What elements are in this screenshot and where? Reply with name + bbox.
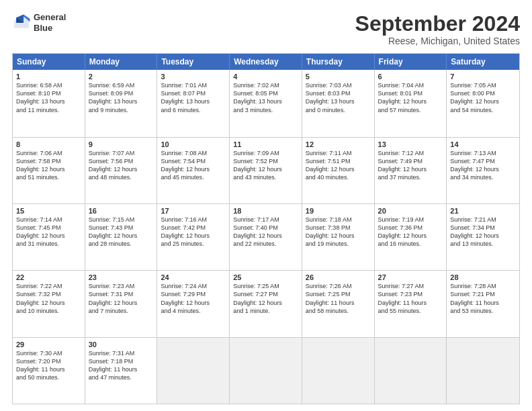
calendar-cell: 4Sunrise: 7:02 AMSunset: 8:05 PMDaylight…	[230, 70, 302, 136]
header-day-wednesday: Wednesday	[230, 54, 302, 70]
calendar-cell: 14Sunrise: 7:13 AMSunset: 7:47 PMDayligh…	[447, 138, 519, 203]
header-day-tuesday: Tuesday	[157, 54, 230, 70]
title-area: September 2024 Reese, Michigan, United S…	[355, 12, 520, 46]
calendar-cell	[375, 338, 447, 404]
logo: General Blue	[12, 12, 66, 33]
calendar-cell: 27Sunrise: 7:27 AMSunset: 7:23 PMDayligh…	[375, 271, 447, 336]
calendar-row: 8Sunrise: 7:06 AMSunset: 7:58 PMDaylight…	[13, 137, 519, 203]
calendar-cell	[302, 338, 375, 404]
calendar-cell: 12Sunrise: 7:11 AMSunset: 7:51 PMDayligh…	[302, 138, 375, 203]
header: General Blue September 2024 Reese, Michi…	[12, 12, 520, 46]
calendar-cell: 1Sunrise: 6:58 AMSunset: 8:10 PMDaylight…	[13, 70, 85, 136]
calendar-cell: 5Sunrise: 7:03 AMSunset: 8:03 PMDaylight…	[302, 70, 375, 136]
calendar-cell: 29Sunrise: 7:30 AMSunset: 7:20 PMDayligh…	[13, 338, 85, 404]
calendar-row: 15Sunrise: 7:14 AMSunset: 7:45 PMDayligh…	[13, 203, 519, 270]
header-day-sunday: Sunday	[13, 54, 85, 70]
calendar-cell: 21Sunrise: 7:21 AMSunset: 7:34 PMDayligh…	[447, 204, 519, 270]
calendar-cell: 26Sunrise: 7:26 AMSunset: 7:25 PMDayligh…	[302, 271, 375, 336]
subtitle: Reese, Michigan, United States	[355, 36, 520, 46]
main-title: September 2024	[355, 12, 520, 36]
calendar-cell: 10Sunrise: 7:08 AMSunset: 7:54 PMDayligh…	[157, 138, 230, 203]
logo-icon	[12, 13, 31, 32]
calendar-cell: 8Sunrise: 7:06 AMSunset: 7:58 PMDaylight…	[13, 138, 85, 203]
calendar-cell: 6Sunrise: 7:04 AMSunset: 8:01 PMDaylight…	[375, 70, 447, 136]
page: General Blue September 2024 Reese, Michi…	[0, 0, 532, 411]
header-day-friday: Friday	[375, 54, 447, 70]
header-day-saturday: Saturday	[447, 54, 519, 70]
calendar: SundayMondayTuesdayWednesdayThursdayFrid…	[12, 53, 520, 404]
calendar-row: 29Sunrise: 7:30 AMSunset: 7:20 PMDayligh…	[13, 337, 519, 404]
calendar-cell: 24Sunrise: 7:24 AMSunset: 7:29 PMDayligh…	[157, 271, 230, 336]
calendar-cell: 17Sunrise: 7:16 AMSunset: 7:42 PMDayligh…	[157, 204, 230, 270]
calendar-cell: 19Sunrise: 7:18 AMSunset: 7:38 PMDayligh…	[302, 204, 375, 270]
calendar-cell	[157, 338, 230, 404]
calendar-cell: 30Sunrise: 7:31 AMSunset: 7:18 PMDayligh…	[85, 338, 158, 404]
calendar-cell: 22Sunrise: 7:22 AMSunset: 7:32 PMDayligh…	[13, 271, 85, 336]
calendar-cell	[230, 338, 302, 404]
calendar-cell: 15Sunrise: 7:14 AMSunset: 7:45 PMDayligh…	[13, 204, 85, 270]
calendar-cell: 18Sunrise: 7:17 AMSunset: 7:40 PMDayligh…	[230, 204, 302, 270]
calendar-row: 1Sunrise: 6:58 AMSunset: 8:10 PMDaylight…	[13, 70, 519, 136]
calendar-header: SundayMondayTuesdayWednesdayThursdayFrid…	[13, 54, 519, 70]
header-day-monday: Monday	[85, 54, 158, 70]
calendar-body: 1Sunrise: 6:58 AMSunset: 8:10 PMDaylight…	[13, 70, 519, 404]
calendar-cell: 25Sunrise: 7:25 AMSunset: 7:27 PMDayligh…	[230, 271, 302, 336]
logo-text: General Blue	[34, 12, 66, 33]
calendar-cell: 13Sunrise: 7:12 AMSunset: 7:49 PMDayligh…	[375, 138, 447, 203]
calendar-cell: 11Sunrise: 7:09 AMSunset: 7:52 PMDayligh…	[230, 138, 302, 203]
calendar-cell: 23Sunrise: 7:23 AMSunset: 7:31 PMDayligh…	[85, 271, 158, 336]
calendar-row: 22Sunrise: 7:22 AMSunset: 7:32 PMDayligh…	[13, 270, 519, 336]
calendar-cell: 28Sunrise: 7:28 AMSunset: 7:21 PMDayligh…	[447, 271, 519, 336]
header-day-thursday: Thursday	[302, 54, 375, 70]
calendar-cell: 7Sunrise: 7:05 AMSunset: 8:00 PMDaylight…	[447, 70, 519, 136]
calendar-cell: 20Sunrise: 7:19 AMSunset: 7:36 PMDayligh…	[375, 204, 447, 270]
calendar-cell: 3Sunrise: 7:01 AMSunset: 8:07 PMDaylight…	[157, 70, 230, 136]
calendar-cell: 16Sunrise: 7:15 AMSunset: 7:43 PMDayligh…	[85, 204, 158, 270]
calendar-cell	[447, 338, 519, 404]
calendar-cell: 2Sunrise: 6:59 AMSunset: 8:09 PMDaylight…	[85, 70, 158, 136]
calendar-cell: 9Sunrise: 7:07 AMSunset: 7:56 PMDaylight…	[85, 138, 158, 203]
